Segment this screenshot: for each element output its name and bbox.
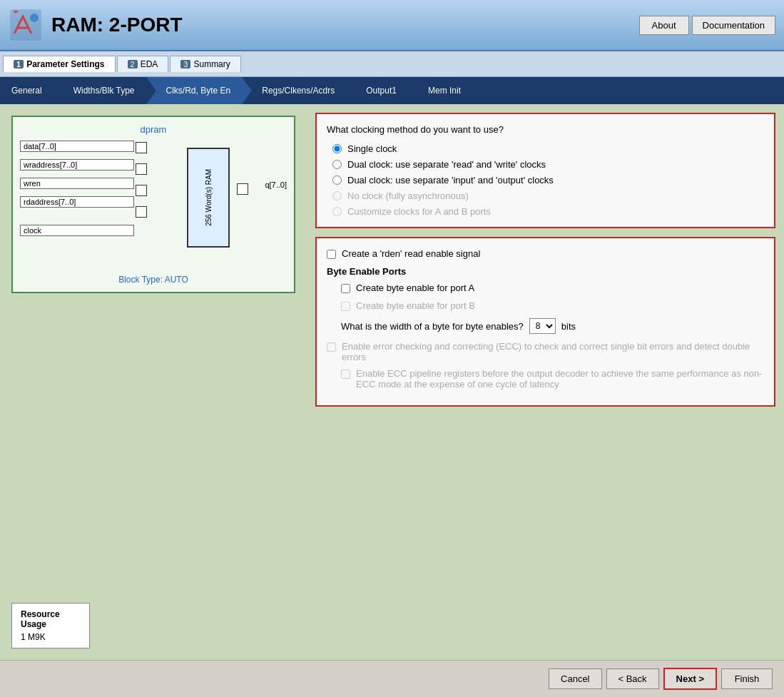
mux1 [136, 142, 147, 153]
nav-clks-arrow [242, 77, 252, 104]
nav-general[interactable]: General [0, 77, 54, 104]
nav-mem-init-arrow [472, 77, 482, 104]
byte-port-b-checkbox [341, 302, 350, 311]
nav-general-arrow [54, 77, 63, 104]
nav-output1-arrow [408, 77, 418, 104]
byte-port-a-option[interactable]: Create byte enable for port A [341, 283, 764, 293]
byte-port-a-checkbox[interactable] [341, 284, 350, 293]
main-area: dpram data[7..0] wraddress[7..0] wren rd… [0, 104, 784, 660]
tab2-num: 2 [128, 60, 138, 68]
block-type: Block Type: AUTO [20, 275, 287, 285]
clocking-section: What clocking method do you want to use?… [315, 113, 775, 228]
page-title: RAM: 2-PORT [51, 14, 639, 36]
svg-rect-0 [10, 9, 41, 41]
tab1-label: Parameter Settings [26, 59, 104, 69]
ram-block: 256 Word(s) RAM [187, 148, 230, 248]
clock-option-single-label: Single clock [347, 143, 397, 154]
resource-value: 1 M9K [21, 632, 81, 642]
clock-radio-dual-rw[interactable] [332, 160, 342, 169]
nav-clks[interactable]: Clks/Rd, Byte En [146, 77, 243, 104]
bottom-bar: Cancel < Back Next > Finish [0, 660, 784, 697]
byte-enable-indent: Create byte enable for port A Create byt… [327, 283, 764, 311]
mux2 [136, 163, 147, 175]
nav-widths[interactable]: Widths/Blk Type [54, 77, 146, 104]
clock-option-dual-io[interactable]: Dual clock: use separate 'input' and 'ou… [332, 175, 764, 185]
byte-width-row: What is the width of a byte for byte ena… [327, 318, 764, 334]
tab1-num: 1 [14, 60, 24, 68]
nav-output1-label: Output1 [366, 86, 397, 96]
resource-title: Resource Usage [21, 609, 81, 629]
rden-checkbox[interactable] [327, 250, 336, 259]
byte-width-unit: bits [561, 321, 576, 332]
clock-radio-dual-io[interactable] [332, 175, 342, 185]
ecc-pipeline-checkbox [341, 370, 350, 379]
tab-eda[interactable]: 2 EDA [117, 56, 169, 72]
diagram-box: dpram data[7..0] wraddress[7..0] wren rd… [11, 116, 295, 293]
signal-wren: wren [20, 178, 134, 189]
rden-option[interactable]: Create a 'rden' read enable signal [327, 248, 764, 259]
byte-enable-section-label: Byte Enable Ports [327, 266, 764, 277]
signal-data: data[7..0] [20, 141, 134, 152]
left-panel: dpram data[7..0] wraddress[7..0] wren rd… [0, 104, 307, 660]
output-label: q[7..0] [265, 180, 287, 189]
tab3-num: 3 [180, 60, 190, 68]
nav-row: General Widths/Blk Type Clks/Rd, Byte En… [0, 77, 784, 104]
nav-regs[interactable]: Regs/Clkens/Acdrs [242, 77, 346, 104]
about-button[interactable]: About [639, 16, 689, 35]
nav-mem-init-label: Mem Init [428, 86, 461, 96]
documentation-button[interactable]: Documentation [692, 16, 775, 35]
mux4 [136, 206, 147, 218]
byte-width-question: What is the width of a byte for byte ena… [341, 321, 524, 332]
signal-clock: clock [20, 225, 134, 236]
next-button[interactable]: Next > [663, 668, 717, 690]
diagram-title: dpram [20, 124, 287, 135]
ram-label: 256 Word(s) RAM [205, 169, 213, 226]
clock-option-async-label: No clock (fully asynchronous) [347, 190, 469, 201]
header-buttons: About Documentation [639, 16, 775, 35]
signal-wraddress: wraddress[7..0] [20, 159, 134, 171]
byte-width-select[interactable]: 8 9 [529, 318, 556, 334]
options-section: Create a 'rden' read enable signal Byte … [315, 237, 775, 407]
nav-general-label: General [11, 86, 42, 96]
tabs-row1: 1 Parameter Settings 2 EDA 3 Summary [0, 51, 784, 77]
signal-rdaddress: rdaddress[7..0] [20, 196, 134, 208]
header: RAM: 2-PORT About Documentation [0, 0, 784, 51]
byte-port-a-label: Create byte enable for port A [356, 283, 474, 293]
clock-option-customize: Customize clocks for A and B ports [332, 206, 764, 217]
byte-port-b-option: Create byte enable for port B [341, 300, 764, 311]
clock-option-dual-rw-label: Dual clock: use separate 'read' and 'wri… [347, 159, 546, 170]
clocking-question: What clocking method do you want to use? [327, 124, 764, 135]
mux3 [136, 185, 147, 196]
tab-summary[interactable]: 3 Summary [170, 56, 240, 72]
clock-radio-single[interactable] [332, 144, 342, 153]
finish-button[interactable]: Finish [721, 668, 773, 689]
output-mux [237, 183, 248, 195]
ecc-section: Enable error checking and correcting (EC… [327, 341, 764, 390]
ecc-pipeline-option: Enable ECC pipeline registers before the… [327, 368, 764, 390]
byte-port-b-label: Create byte enable for port B [356, 300, 475, 311]
svg-point-1 [30, 14, 39, 22]
rden-label: Create a 'rden' read enable signal [342, 248, 480, 259]
clock-option-dual-rw[interactable]: Dual clock: use separate 'read' and 'wri… [332, 159, 764, 170]
ecc-option: Enable error checking and correcting (EC… [327, 341, 764, 362]
nav-widths-arrow [146, 77, 156, 104]
tab3-label: Summary [193, 59, 230, 69]
back-button[interactable]: < Back [606, 668, 659, 689]
cancel-button[interactable]: Cancel [549, 668, 601, 689]
clocking-radio-group: Single clock Dual clock: use separate 'r… [327, 143, 764, 217]
tab-parameter-settings[interactable]: 1 Parameter Settings [3, 56, 116, 72]
nav-clks-label: Clks/Rd, Byte En [166, 86, 231, 96]
nav-regs-label: Regs/Clkens/Acdrs [262, 86, 335, 96]
ecc-label: Enable error checking and correcting (EC… [342, 341, 764, 362]
nav-regs-arrow [346, 77, 356, 104]
tab2-label: EDA [141, 59, 158, 69]
ecc-pipeline-label: Enable ECC pipeline registers before the… [356, 368, 764, 390]
nav-widths-label: Widths/Blk Type [73, 86, 135, 96]
clock-radio-customize [332, 207, 342, 216]
clock-option-customize-label: Customize clocks for A and B ports [347, 206, 491, 217]
resource-box: Resource Usage 1 M9K [11, 603, 90, 648]
ecc-checkbox [327, 342, 336, 352]
diagram-inner: data[7..0] wraddress[7..0] wren rdaddres… [20, 141, 287, 269]
clock-option-single[interactable]: Single clock [332, 143, 764, 154]
clock-radio-async [332, 191, 342, 200]
